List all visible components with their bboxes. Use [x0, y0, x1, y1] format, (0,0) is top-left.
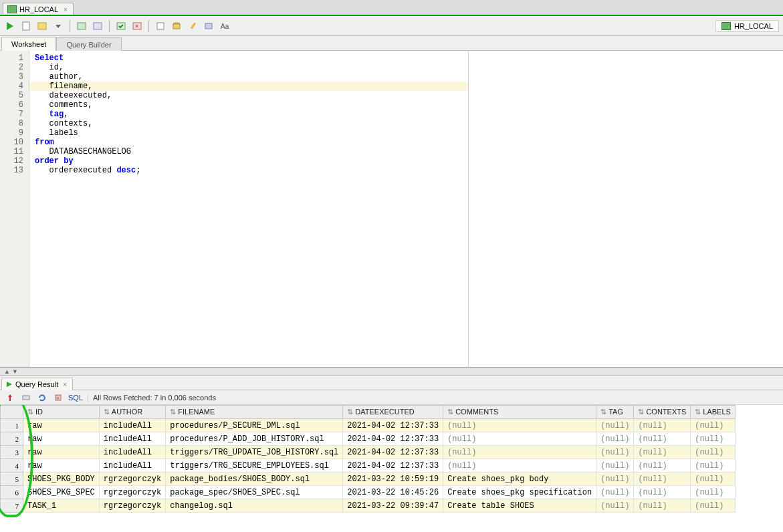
cell[interactable]: (null)	[691, 473, 736, 486]
cell[interactable]: (null)	[443, 419, 596, 432]
cell[interactable]: rgrzegorczyk	[99, 486, 165, 499]
column-header[interactable]: ⇅COMMENTS	[443, 406, 596, 419]
cell[interactable]: (null)	[691, 419, 736, 432]
table-row[interactable]: 3rawincludeAlltriggers/TRG_UPDATE_JOB_HI…	[1, 446, 736, 459]
cell[interactable]: Create table SHOES	[443, 499, 596, 513]
cell[interactable]: (null)	[634, 486, 691, 499]
cell[interactable]: Create shoes_pkg body	[443, 473, 596, 486]
cell[interactable]: package_bodies/SHOES_BODY.sql	[166, 473, 343, 486]
cell[interactable]: SHOES_PKG_BODY	[23, 473, 100, 486]
cell[interactable]: changelog.sql	[166, 499, 343, 513]
cell[interactable]: triggers/TRG_UPDATE_JOB_HISTORY.sql	[166, 446, 343, 459]
cell[interactable]: includeAll	[99, 446, 165, 459]
cell[interactable]: 2021-03-22 10:59:19	[343, 473, 443, 486]
page-icon[interactable]	[20, 20, 32, 32]
column-header[interactable]: ⇅CONTEXTS	[634, 406, 691, 419]
cell[interactable]: (null)	[596, 432, 634, 446]
close-icon[interactable]: ×	[63, 381, 67, 388]
script-icon[interactable]	[36, 20, 48, 32]
cell[interactable]: TASK_1	[23, 499, 100, 513]
table-row[interactable]: 7TASK_1rgrzegorczykchangelog.sql2021-03-…	[1, 499, 736, 513]
cell[interactable]: (null)	[443, 446, 596, 459]
rollback-icon[interactable]: ×	[131, 20, 143, 32]
sql-icon[interactable]	[171, 20, 183, 32]
sql-editor[interactable]: 12345678910111213 Select id, author, fil…	[0, 51, 783, 368]
cell[interactable]: (null)	[634, 459, 691, 473]
cell[interactable]: includeAll	[99, 459, 165, 473]
column-header[interactable]: ⇅LABELS	[691, 406, 736, 419]
unshared-icon[interactable]	[154, 20, 166, 32]
cell[interactable]: 2021-04-02 12:37:33	[343, 419, 443, 432]
cell[interactable]: (null)	[634, 432, 691, 446]
cell[interactable]: (null)	[596, 486, 634, 499]
tab-worksheet[interactable]: Worksheet	[1, 37, 56, 51]
connection-tab[interactable]: HR_LOCAL ×	[3, 3, 74, 15]
cell[interactable]: includeAll	[99, 432, 165, 446]
column-header[interactable]: ⇅DATEEXECUTED	[343, 406, 443, 419]
cell[interactable]: (null)	[691, 459, 736, 473]
close-icon[interactable]: ×	[64, 6, 68, 13]
commit-icon[interactable]	[115, 20, 127, 32]
cell[interactable]: (null)	[634, 419, 691, 432]
explain-icon[interactable]	[76, 20, 88, 32]
cell[interactable]: raw	[23, 446, 100, 459]
cell[interactable]: package_spec/SHOES_SPEC.sql	[166, 486, 343, 499]
column-header[interactable]: ⇅TAG	[596, 406, 634, 419]
print-icon[interactable]	[20, 392, 32, 404]
cell[interactable]: includeAll	[99, 419, 165, 432]
splitter-handle[interactable]: ▲▼	[0, 368, 783, 376]
column-header[interactable]: ⇅AUTHOR	[99, 406, 165, 419]
cell[interactable]: (null)	[634, 446, 691, 459]
cell[interactable]: (null)	[691, 432, 736, 446]
cell[interactable]: procedures/P_ADD_JOB_HISTORY.sql	[166, 432, 343, 446]
cell[interactable]: 2021-04-02 12:37:33	[343, 446, 443, 459]
refresh-icon[interactable]	[36, 392, 48, 404]
dropdown-icon[interactable]	[52, 20, 64, 32]
pin-icon[interactable]	[4, 392, 16, 404]
table-row[interactable]: 1rawincludeAllprocedures/P_SECURE_DML.sq…	[1, 419, 736, 432]
run-icon[interactable]	[4, 20, 16, 32]
cell[interactable]: SHOES_PKG_SPEC	[23, 486, 100, 499]
delete-icon[interactable]: ×	[52, 392, 64, 404]
column-header[interactable]: ⇅ID	[23, 406, 100, 419]
cell[interactable]: procedures/P_SECURE_DML.sql	[166, 419, 343, 432]
cell[interactable]: (null)	[596, 459, 634, 473]
cell[interactable]: raw	[23, 432, 100, 446]
cell[interactable]: 2021-03-22 10:45:26	[343, 486, 443, 499]
cell[interactable]: (null)	[691, 446, 736, 459]
cell[interactable]: 2021-03-22 09:39:47	[343, 499, 443, 513]
cell[interactable]: raw	[23, 459, 100, 473]
format-icon[interactable]: Aa	[219, 20, 231, 32]
cell[interactable]: (null)	[634, 499, 691, 513]
table-row[interactable]: 6SHOES_PKG_SPECrgrzegorczykpackage_spec/…	[1, 486, 736, 499]
autotrace-icon[interactable]	[92, 20, 104, 32]
cell[interactable]: (null)	[596, 446, 634, 459]
cell[interactable]: triggers/TRG_SECURE_EMPLOYEES.sql	[166, 459, 343, 473]
table-row[interactable]: 2rawincludeAllprocedures/P_ADD_JOB_HISTO…	[1, 432, 736, 446]
connection-selector[interactable]: HR_LOCAL	[715, 20, 779, 32]
cell[interactable]: 2021-04-02 12:37:33	[343, 432, 443, 446]
clear-icon[interactable]	[203, 20, 215, 32]
sql-link[interactable]: SQL	[68, 394, 83, 402]
table-row[interactable]: 5SHOES_PKG_BODYrgrzegorczykpackage_bodie…	[1, 473, 736, 486]
result-grid[interactable]: ⇅ID⇅AUTHOR⇅FILENAME⇅DATEEXECUTED⇅COMMENT…	[0, 405, 736, 513]
cell[interactable]: Create shoes_pkg specification	[443, 486, 596, 499]
cell[interactable]: (null)	[596, 419, 634, 432]
tab-query-builder[interactable]: Query Builder	[56, 37, 121, 51]
cell[interactable]: (null)	[596, 473, 634, 486]
edit-icon[interactable]	[187, 20, 199, 32]
cell[interactable]: (null)	[443, 432, 596, 446]
code-area[interactable]: Select id, author, filename, dateexecute…	[29, 51, 469, 367]
cell[interactable]: (null)	[691, 499, 736, 513]
cell[interactable]: (null)	[691, 486, 736, 499]
cell[interactable]: raw	[23, 419, 100, 432]
table-row[interactable]: 4rawincludeAlltriggers/TRG_SECURE_EMPLOY…	[1, 459, 736, 473]
query-result-tab[interactable]: Query Result ×	[1, 378, 73, 390]
cell[interactable]: (null)	[596, 499, 634, 513]
cell[interactable]: 2021-04-02 12:37:33	[343, 459, 443, 473]
cell[interactable]: rgrzegorczyk	[99, 499, 165, 513]
cell[interactable]: (null)	[443, 459, 596, 473]
cell[interactable]: (null)	[634, 473, 691, 486]
column-header[interactable]: ⇅FILENAME	[166, 406, 343, 419]
cell[interactable]: rgrzegorczyk	[99, 473, 165, 486]
